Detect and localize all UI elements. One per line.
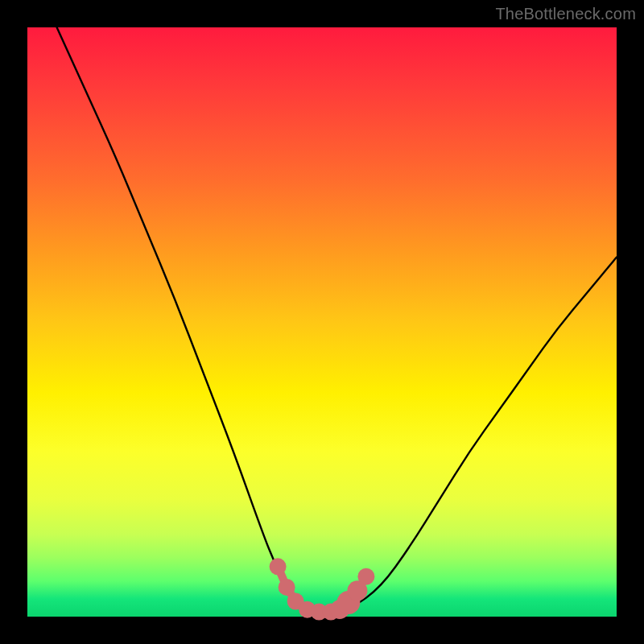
curve-marker: [279, 579, 295, 596]
curve-marker: [270, 558, 287, 575]
chart-frame: TheBottleneck.com: [0, 0, 644, 644]
watermark-text: TheBottleneck.com: [495, 5, 636, 23]
bottleneck-curve: [57, 27, 617, 612]
chart-svg: [27, 27, 617, 617]
curve-marker: [357, 568, 374, 585]
plot-area: [27, 27, 617, 617]
marker-group: [270, 558, 375, 620]
